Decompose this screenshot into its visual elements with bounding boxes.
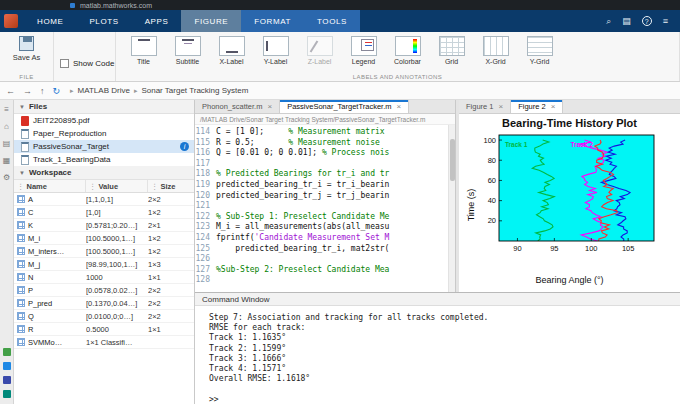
- workspace-row[interactable]: SVMMo… 1×1 Classifi…: [14, 336, 194, 349]
- gallery-item[interactable]: Y-Grid: [518, 36, 561, 65]
- editor-scrollbar[interactable]: [448, 125, 455, 292]
- settings-icon[interactable]: ⚙: [3, 173, 10, 182]
- close-icon[interactable]: ×: [499, 102, 504, 111]
- editor-tab[interactable]: Phonon_scatter.m ×: [195, 100, 280, 113]
- variable-icon: [17, 312, 25, 320]
- panels-icon[interactable]: ▤: [3, 139, 11, 148]
- column-menu-icon[interactable]: ⋮: [151, 182, 159, 191]
- code-line[interactable]: 120predicted_bearing_tr_j = tr_j_bearin: [195, 191, 455, 202]
- close-icon[interactable]: ×: [267, 102, 272, 111]
- code-line[interactable]: 119predicted_bearing_tr_i = tr_i_bearin: [195, 180, 455, 191]
- line-number: 128: [195, 275, 216, 286]
- show-code-toggle[interactable]: Show Code: [60, 59, 114, 68]
- close-icon[interactable]: ×: [551, 102, 556, 111]
- code-line[interactable]: 127%Sub-Step 2: Preselect Candidate Mea: [195, 265, 455, 276]
- toolstrip-tab[interactable]: FIGURE: [181, 10, 241, 32]
- workspace-row[interactable]: M_inters… [100.5000,1…] 1×2: [14, 245, 194, 258]
- workspace-row[interactable]: M_i [100.5000,1…] 1×2: [14, 232, 194, 245]
- addon-blue[interactable]: [3, 362, 11, 370]
- home-icon[interactable]: ⌂: [4, 122, 9, 131]
- workspace-row[interactable]: K [0.5781;0.20…] 2×1: [14, 219, 194, 232]
- code-line[interactable]: 116Q = [0.01 0; 0 0.01]; % Process nois: [195, 148, 455, 159]
- code-line[interactable]: 115R = 0.5; % Measurement noise: [195, 138, 455, 149]
- code-line[interactable]: 114C = [1 0]; % Measurement matrix: [195, 127, 455, 138]
- workspace-row[interactable]: P_pred [0.1370,0.04…] 2×2: [14, 297, 194, 310]
- up-icon[interactable]: ↑: [40, 86, 45, 96]
- column-header-name[interactable]: ⋮Name: [14, 180, 86, 192]
- column-header-value[interactable]: ⋮Value: [86, 180, 148, 192]
- svg-text:100: 100: [483, 136, 496, 145]
- column-menu-icon[interactable]: ⋮: [17, 182, 25, 191]
- panels-icon[interactable]: ▤: [622, 16, 631, 26]
- gallery-item[interactable]: Title: [122, 36, 165, 65]
- command-window-header[interactable]: Command Window: [195, 293, 680, 306]
- workspace-row[interactable]: C [1,0] 1×2: [14, 206, 194, 219]
- forward-icon[interactable]: →: [23, 86, 32, 96]
- sync-icon[interactable]: ↻: [53, 86, 61, 96]
- code-line[interactable]: 122% Sub-Step 1: Preselect Candidate Me: [195, 212, 455, 223]
- file-row[interactable]: PassiveSonar_Target i: [14, 140, 194, 153]
- toolstrip-tab[interactable]: APPS: [132, 10, 182, 32]
- workspace-row[interactable]: N 1000 1×1: [14, 271, 194, 284]
- workspace-row[interactable]: R 0.5000 1×1: [14, 323, 194, 336]
- workspace-row[interactable]: Q [0.0100,0;0…] 2×2: [14, 310, 194, 323]
- code-line[interactable]: 121: [195, 201, 455, 212]
- back-icon[interactable]: ←: [6, 86, 15, 96]
- scrollbar-thumb[interactable]: [450, 139, 455, 181]
- gallery-item[interactable]: Y-Label: [254, 36, 297, 65]
- show-code-checkbox[interactable]: [60, 59, 69, 68]
- save-as-button[interactable]: Save As: [13, 36, 41, 62]
- gallery-item[interactable]: Grid: [430, 36, 473, 65]
- breadcrumb-segment[interactable]: MATLAB Drive: [78, 86, 130, 95]
- figure-canvas[interactable]: Bearing-Time History Plot 90951001052040…: [459, 114, 680, 292]
- gallery-item[interactable]: Z-Label: [298, 36, 341, 65]
- code-line[interactable]: 117: [195, 159, 455, 170]
- files-panel-header[interactable]: ▼ Files: [14, 100, 194, 114]
- toolstrip-tab[interactable]: FORMAT: [241, 10, 304, 32]
- addon-indigo[interactable]: [3, 376, 11, 384]
- gallery-item[interactable]: Legend: [342, 36, 385, 65]
- workspace-row[interactable]: M_j [98.99,100,1…] 1×3: [14, 258, 194, 271]
- breadcrumb-segment[interactable]: Sonar Target Tracking System: [141, 86, 248, 95]
- code-line[interactable]: 125 predicted_bearing_tr_i, mat2str(: [195, 244, 455, 255]
- code-editor[interactable]: 114C = [1 0]; % Measurement matrix115R =…: [195, 125, 455, 292]
- toolstrip-tab[interactable]: HOME: [24, 10, 76, 32]
- file-row[interactable]: Paper_Reproduction i: [14, 127, 194, 140]
- bearing-time-plot[interactable]: 909510010520406080100Track 1Track 2: [461, 131, 673, 276]
- info-icon[interactable]: i: [180, 142, 189, 151]
- code-line[interactable]: 126: [195, 254, 455, 265]
- workspace-panel-header[interactable]: ▼ Workspace: [14, 166, 194, 180]
- figure-tab[interactable]: Figure 2 ×: [511, 100, 563, 113]
- gallery-item[interactable]: X-Grid: [474, 36, 517, 65]
- code-line[interactable]: 124fprintf('Candidate Measurement Set M: [195, 233, 455, 244]
- addon-teal[interactable]: [3, 390, 11, 398]
- file-row[interactable]: Track_1_BearingData i: [14, 153, 194, 166]
- command-window-output[interactable]: Step 7: Association and tracking for all…: [195, 306, 680, 404]
- close-icon[interactable]: ×: [397, 102, 402, 111]
- menu-icon[interactable]: ≡: [4, 105, 9, 114]
- gallery-item-label: Colorbar: [394, 58, 421, 65]
- gallery-item[interactable]: X-Label: [210, 36, 253, 65]
- file-row[interactable]: JEIT220895.pdf i: [14, 114, 194, 127]
- gallery-item[interactable]: Subtitle: [166, 36, 209, 65]
- search-icon[interactable]: ⌕: [606, 16, 611, 27]
- code-line[interactable]: 128: [195, 275, 455, 286]
- figure-tabs: Figure 1 × Figure 2 ×: [459, 100, 680, 114]
- figure-tab[interactable]: Figure 1 ×: [459, 100, 511, 113]
- editor-tab[interactable]: PassiveSonar_TargetTracker.m ×: [280, 100, 409, 113]
- workspace-row[interactable]: A [1,1,0,1] 2×2: [14, 193, 194, 206]
- gallery-item-icon: [527, 36, 553, 56]
- breadcrumb-separator-icon: ▸: [70, 87, 74, 95]
- workspace-row[interactable]: P [0.0578,0.02…] 2×2: [14, 284, 194, 297]
- toolstrip-tab[interactable]: TOOLS: [304, 10, 360, 32]
- column-menu-icon[interactable]: ⋮: [89, 182, 97, 191]
- toolstrip-tab[interactable]: PLOTS: [76, 10, 131, 32]
- addon-green[interactable]: [3, 348, 11, 356]
- column-header-size[interactable]: ⋮Size: [148, 180, 194, 192]
- help-icon[interactable]: ?: [642, 16, 652, 26]
- grid-icon[interactable]: ▦: [3, 156, 11, 165]
- gallery-item[interactable]: Colorbar: [386, 36, 429, 65]
- code-line[interactable]: 118% Predicted Bearings for tr_i and tr: [195, 169, 455, 180]
- menu-icon[interactable]: ≡: [663, 16, 668, 26]
- code-line[interactable]: 123M_i = all_measurements(abs(all_measu: [195, 222, 455, 233]
